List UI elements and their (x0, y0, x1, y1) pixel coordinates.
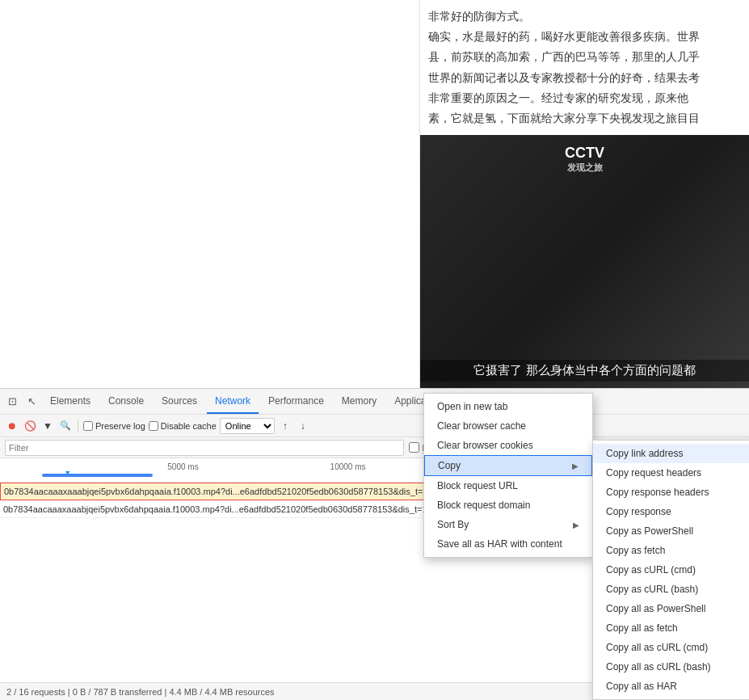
context-menu-primary: Open in new tab Clear browser cache Clea… (423, 393, 593, 558)
timeline-marker-2: 10000 ms (330, 462, 366, 471)
tab-memory[interactable]: Memory (334, 389, 385, 414)
search-button[interactable]: 🔍 (58, 419, 73, 433)
devtools-toggle-icon[interactable]: ⊡ (3, 393, 21, 411)
menu-copy-all-har-label: Copy all as HAR (606, 681, 677, 692)
menu-copy-link[interactable]: Copy link address (593, 444, 749, 463)
menu-save-har[interactable]: Save all as HAR with content (424, 534, 592, 554)
menu-copy-as-curl-cmd[interactable]: Copy as cURL (cmd) (593, 560, 749, 580)
menu-copy-as-curl-bash[interactable]: Copy as cURL (bash) (593, 580, 749, 599)
menu-clear-cache[interactable]: Clear browser cache (424, 416, 592, 436)
menu-copy-as-curl-cmd-label: Copy as cURL (cmd) (606, 564, 696, 576)
menu-block-domain[interactable]: Block request domain (424, 495, 592, 515)
tab-sources[interactable]: Sources (154, 389, 205, 414)
right-panel: 非常好的防御方式。 确实，水是最好的药，喝好水更能改善很多疾病。世界 县，前苏联… (420, 0, 749, 388)
disable-cache-checkbox[interactable] (149, 421, 158, 431)
menu-copy-link-label: Copy link address (606, 448, 683, 459)
disable-cache-label[interactable]: Disable cache (149, 421, 217, 431)
menu-copy-response-headers[interactable]: Copy response headers (593, 483, 749, 502)
menu-copy-request-headers[interactable]: Copy request headers (593, 463, 749, 483)
menu-sort-by-arrow: ▶ (573, 521, 579, 529)
menu-copy-as-curl-bash-label: Copy as cURL (bash) (606, 584, 698, 595)
cctv-logo: CCTV 发现之旅 (565, 145, 604, 174)
preserve-log-label[interactable]: Preserve log (83, 421, 145, 431)
menu-copy-response-label: Copy response (606, 506, 671, 517)
menu-copy-all-fetch-label: Copy all as fetch (606, 622, 678, 634)
text-line-4: 世界的新闻记者以及专家教授都十分的好奇，结果去考 (428, 68, 741, 88)
menu-open-new-tab[interactable]: Open in new tab (424, 397, 592, 416)
hide-data-urls-checkbox[interactable] (409, 442, 419, 453)
menu-copy-request-headers-label: Copy request headers (606, 467, 701, 479)
menu-copy-all-powershell[interactable]: Copy all as PowerShell (593, 599, 749, 618)
filter-toggle-button[interactable]: ▼ (40, 419, 55, 433)
video-player[interactable]: CCTV 发现之旅 它摄害了 那么身体当中各个方面的问题都 (420, 135, 749, 388)
menu-clear-cache-label: Clear browser cache (437, 420, 526, 432)
tab-elements[interactable]: Elements (42, 389, 99, 414)
menu-copy-response-headers-label: Copy response headers (606, 487, 709, 498)
menu-save-har-label: Save all as HAR with content (437, 538, 562, 550)
record-button[interactable]: ⏺ (5, 419, 19, 433)
menu-copy-all-curl-cmd-label: Copy all as cURL (cmd) (606, 642, 708, 653)
preserve-log-text: Preserve log (95, 421, 145, 431)
clear-button[interactable]: 🚫 (23, 419, 37, 433)
article-text: 非常好的防御方式。 确实，水是最好的药，喝好水更能改善很多疾病。世界 县，前苏联… (420, 0, 749, 135)
context-menu-secondary: Copy link address Copy request headers C… (592, 440, 749, 700)
throttle-select[interactable]: Online Offline Fast 3G Slow 3G (220, 418, 275, 434)
menu-copy-response[interactable]: Copy response (593, 502, 749, 521)
left-panel (0, 0, 420, 388)
menu-copy-as-fetch-label: Copy as fetch (606, 545, 665, 556)
inspect-icon[interactable]: ↖ (23, 393, 40, 411)
import-har-button[interactable]: ↑ (278, 419, 292, 433)
tab-performance[interactable]: Performance (260, 389, 332, 414)
menu-sort-by[interactable]: Sort By ▶ (424, 515, 592, 534)
text-line-5: 非常重要的原因之一。经过专家的研究发现，原来他 (428, 88, 741, 108)
menu-copy[interactable]: Copy ▶ (424, 455, 592, 476)
status-text: 2 / 16 requests | 0 B / 787 B transferre… (6, 687, 275, 697)
top-content: 非常好的防御方式。 确实，水是最好的药，喝好水更能改善很多疾病。世界 县，前苏联… (0, 0, 749, 388)
tab-console[interactable]: Console (100, 389, 152, 414)
menu-sort-by-label: Sort By (437, 519, 469, 530)
menu-copy-all-curl-bash-label: Copy all as cURL (bash) (606, 661, 711, 673)
devtools-tabs: ⊡ ↖ Elements Console Sources Network Per… (0, 389, 749, 415)
timeline-label: ▼ (64, 469, 71, 477)
disable-cache-text: Disable cache (161, 421, 217, 431)
tab-network[interactable]: Network (207, 389, 259, 414)
menu-copy-all-har[interactable]: Copy all as HAR (593, 677, 749, 696)
menu-copy-all-curl-bash[interactable]: Copy all as cURL (bash) (593, 657, 749, 677)
menu-copy-as-powershell-label: Copy as PowerShell (606, 525, 693, 537)
menu-copy-as-fetch[interactable]: Copy as fetch (593, 541, 749, 560)
separator-1 (78, 420, 78, 432)
timeline-marker-1: 5000 ms (167, 462, 198, 471)
menu-clear-cookies-label: Clear browser cookies (437, 440, 533, 451)
text-line-2: 确实，水是最好的药，喝好水更能改善很多疾病。世界 (428, 27, 741, 47)
menu-block-url[interactable]: Block request URL (424, 476, 592, 495)
menu-copy-as-powershell[interactable]: Copy as PowerShell (593, 521, 749, 541)
menu-block-domain-label: Block request domain (437, 500, 530, 511)
preserve-log-checkbox[interactable] (83, 421, 93, 431)
menu-copy-label: Copy (438, 460, 461, 471)
text-line-1: 非常好的防御方式。 (428, 6, 741, 27)
menu-copy-arrow: ▶ (572, 462, 579, 470)
network-toolbar: ⏺ 🚫 ▼ 🔍 Preserve log Disable cache Onlin… (0, 415, 749, 437)
menu-block-url-label: Block request URL (437, 480, 518, 491)
menu-open-new-tab-label: Open in new tab (437, 401, 507, 412)
timeline-bar-1 (42, 474, 153, 477)
menu-copy-all-fetch[interactable]: Copy all as fetch (593, 618, 749, 638)
menu-copy-all-powershell-label: Copy all as PowerShell (606, 603, 705, 614)
video-subtitle: 它摄害了 那么身体当中各个方面的问题都 (420, 360, 749, 382)
export-har-button[interactable]: ↓ (296, 419, 310, 433)
text-line-3: 县，前苏联的高加索，广西的巴马等等，那里的人几乎 (428, 47, 741, 67)
filter-input[interactable] (5, 440, 404, 456)
text-line-6: 素，它就是氢，下面就给大家分享下央视发现之旅目目 (428, 108, 741, 129)
menu-copy-all-curl-cmd[interactable]: Copy all as cURL (cmd) (593, 638, 749, 657)
menu-clear-cookies[interactable]: Clear browser cookies (424, 436, 592, 455)
